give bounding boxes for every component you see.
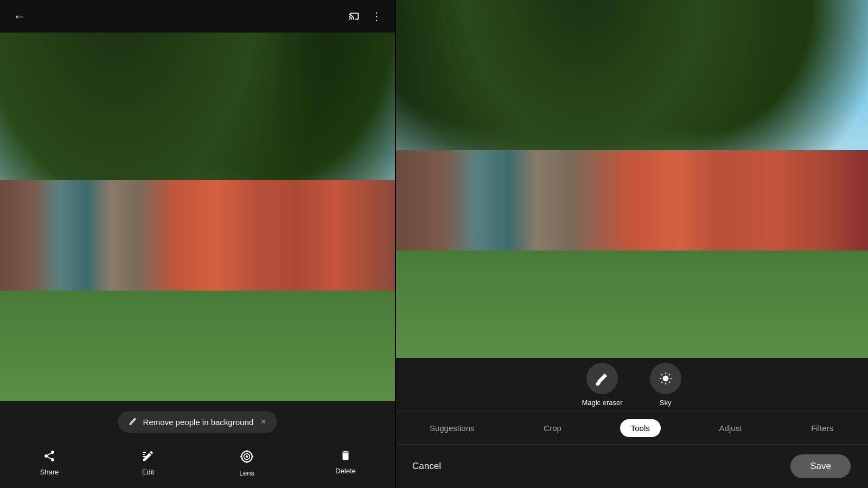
action-bar: Cancel Save: [395, 445, 868, 488]
buildings-right-overlay: [395, 150, 868, 251]
eraser-small-icon: [129, 416, 138, 427]
edit-icon: [142, 450, 155, 466]
lens-icon: [240, 450, 254, 467]
top-bar-right-icons: ⋮: [348, 9, 382, 24]
tab-bar: Suggestions Crop Tools Adjust Filters: [395, 412, 868, 445]
sky-label: Sky: [660, 399, 672, 407]
more-icon[interactable]: ⋮: [371, 10, 382, 23]
panel-right: Magic eraser Sky Suggestio: [395, 0, 868, 488]
svg-rect-2: [143, 456, 146, 457]
phone-left-panel: ← ⋮ Remove people in background ×: [0, 0, 395, 488]
cancel-button[interactable]: Cancel: [412, 461, 441, 472]
svg-point-10: [662, 376, 668, 382]
magic-eraser-label: Magic eraser: [582, 399, 622, 407]
edit-label: Edit: [142, 468, 154, 476]
magic-eraser-icon-circle: [586, 363, 618, 394]
tab-adjust[interactable]: Adjust: [709, 419, 753, 437]
top-bar: ← ⋮: [0, 0, 395, 33]
photo-left: [0, 33, 395, 401]
nav-edit[interactable]: Edit: [126, 450, 170, 477]
suggestion-pill-close[interactable]: ×: [261, 417, 266, 427]
delete-icon: [340, 450, 352, 465]
cast-icon[interactable]: [348, 9, 360, 24]
save-button[interactable]: Save: [790, 454, 851, 478]
svg-point-5: [246, 455, 248, 458]
bottom-nav: Share Edit: [0, 445, 395, 481]
back-button[interactable]: ←: [13, 9, 26, 24]
nav-delete[interactable]: Delete: [324, 450, 367, 477]
sky-icon-circle: [650, 363, 681, 394]
nav-lens[interactable]: Lens: [225, 450, 269, 477]
buildings-overlay: [0, 180, 395, 291]
panel-divider: [395, 0, 396, 488]
share-icon: [43, 450, 56, 466]
share-label: Share: [40, 468, 59, 476]
photo-right: [395, 0, 868, 358]
svg-rect-1: [143, 454, 145, 455]
svg-line-17: [661, 382, 662, 383]
editing-toolbar: Magic eraser Sky: [395, 358, 868, 412]
tab-tools[interactable]: Tools: [620, 419, 661, 437]
svg-rect-0: [143, 452, 146, 453]
delete-label: Delete: [335, 467, 356, 475]
magic-eraser-tool[interactable]: Magic eraser: [582, 363, 622, 407]
svg-line-16: [669, 382, 670, 383]
svg-line-18: [669, 374, 670, 375]
suggestion-pill-text: Remove people in background: [143, 418, 253, 427]
nav-share[interactable]: Share: [28, 450, 71, 477]
tab-suggestions[interactable]: Suggestions: [419, 419, 486, 437]
tab-filters[interactable]: Filters: [800, 419, 844, 437]
sky-tool[interactable]: Sky: [650, 363, 681, 407]
suggestion-pill[interactable]: Remove people in background ×: [118, 411, 277, 433]
tab-crop[interactable]: Crop: [533, 419, 572, 437]
svg-line-15: [661, 374, 662, 375]
bottom-bar-left: Remove people in background × Share: [0, 401, 395, 488]
lens-label: Lens: [239, 469, 254, 477]
